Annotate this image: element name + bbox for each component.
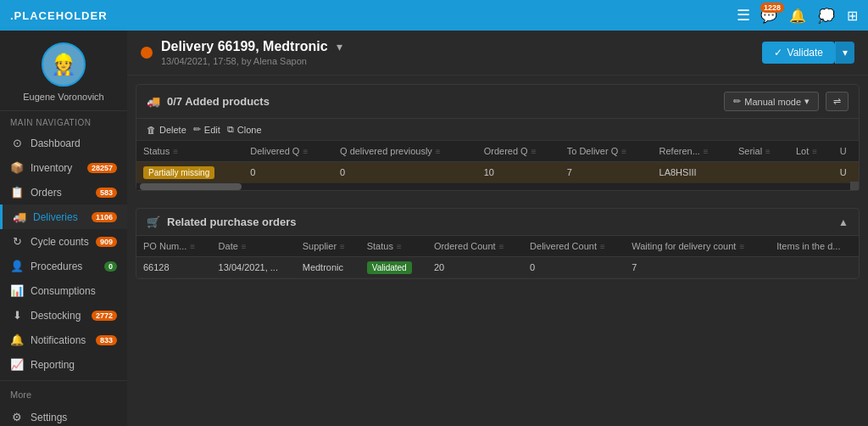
sidebar-item-label: Inventory [31,162,81,174]
bell-icon: 🔔 [789,8,806,23]
validated-badge: Validated [367,261,412,274]
sort-icon[interactable]: ≡ [242,242,247,251]
delivery-header: Delivery 66199, Medtronic ▾ 13/04/2021, … [127,31,868,76]
col-to-deliver-q: To Deliver Q≡ [560,141,653,162]
sort-icon[interactable]: ≡ [397,242,402,251]
app-logo: .PLACEHOLDER [10,9,737,22]
dashboard-icon: ⊙ [10,137,24,149]
clone-button[interactable]: ⧉ Clone [227,124,262,135]
sort-icon[interactable]: ≡ [704,147,709,156]
cell-waiting-count: 7 [625,257,770,278]
sort-icon[interactable]: ≡ [499,242,504,251]
message-icon: 💭 [818,8,835,23]
sidebar-item-cycle-counts[interactable]: ↻ Cycle counts 909 [0,229,127,254]
hamburger-icon[interactable]: ☰ [737,6,750,25]
sort-icon[interactable]: ≡ [436,147,441,156]
sidebar-item-reporting[interactable]: 📈 Reporting [0,352,127,377]
rpo-table-header-row: PO Num...≡ Date≡ Supplier≡ Status≡ Order… [136,236,859,257]
trash-icon: 🗑 [147,125,156,135]
inventory-icon: 📦 [10,161,24,174]
sort-icon[interactable]: ≡ [621,147,626,156]
delivery-title-area: Delivery 66199, Medtronic ▾ 13/04/2021, … [141,39,342,66]
col-supplier: Supplier≡ [296,236,360,257]
col-waiting-count: Waiting for delivery count≡ [625,236,770,257]
cycle-counts-badge: 909 [96,237,117,247]
scroll-thumb[interactable] [140,183,242,190]
status-badge: Partially missing [143,166,214,179]
edit-button[interactable]: ✏ Edit [193,124,220,135]
sort-icon[interactable]: ≡ [173,147,178,156]
sort-icon[interactable]: ≡ [303,147,308,156]
notifications-icon-wrapper[interactable]: 💬 1228 [760,8,777,24]
sidebar-item-label: Consumptions [31,285,117,297]
cell-status: Partially missing [136,162,243,183]
cell-delivered-count: 0 [523,257,625,278]
rpo-table: PO Num...≡ Date≡ Supplier≡ Status≡ Order… [136,236,859,278]
topbar: .PLACEHOLDER ☰ 💬 1228 🔔 💭 ⊞ [0,0,868,31]
col-q-delivered-prev: Q delivered previously≡ [333,141,477,162]
sidebar-item-settings[interactable]: ⚙ Settings [0,405,127,426]
sort-icon[interactable]: ≡ [765,147,771,156]
destocking-icon: ⬇ [10,309,24,322]
delete-button[interactable]: 🗑 Delete [147,125,186,135]
sort-icon[interactable]: ≡ [340,242,345,251]
sidebar: 👷 Eugene Voronovich Main Navigation ⊙ Da… [0,31,127,426]
sidebar-item-label: Dashboard [31,137,117,149]
notifications-badge: 833 [96,335,117,345]
sort-icon[interactable]: ≡ [600,242,605,251]
cell-supplier: Medtronic [296,257,360,278]
sidebar-item-notifications[interactable]: 🔔 Notifications 833 [0,328,127,352]
sidebar-item-consumptions[interactable]: 📊 Consumptions [0,278,127,303]
scroll-corner [850,182,859,190]
collapse-icon[interactable]: ▲ [838,216,849,228]
validate-dropdown-button[interactable]: ▾ [835,42,854,64]
orders-badge: 583 [96,188,117,198]
manual-mode-button[interactable]: ✏ Manual mode ▾ [724,92,819,111]
procedures-badge: 0 [104,261,117,272]
grid-icon-wrapper[interactable]: ⊞ [847,8,858,24]
table-row[interactable]: 66128 13/04/2021, ... Medtronic Validate… [136,257,859,278]
procedures-icon: 👤 [10,260,24,272]
sidebar-item-deliveries[interactable]: 🚚 Deliveries 1106 [0,205,127,229]
content-area: Delivery 66199, Medtronic ▾ 13/04/2021, … [127,31,868,426]
sidebar-avatar-area: 👷 Eugene Voronovich [0,31,127,111]
cell-serial [732,162,789,183]
delivery-chevron-icon[interactable]: ▾ [337,40,342,53]
col-delivered-count: Delivered Count≡ [523,236,625,257]
col-po-num: PO Num...≡ [136,236,212,257]
sort-icon[interactable]: ≡ [190,242,195,251]
col-status: Status≡ [360,236,427,257]
products-section-header: 🚚 0/7 Added products ✏ Manual mode ▾ ⇌ [136,85,859,119]
sort-icon[interactable]: ≡ [812,147,817,156]
sidebar-item-destocking[interactable]: ⬇ Destocking 2772 [0,303,127,328]
orders-icon: 📋 [10,186,24,199]
products-table-toolbar: 🗑 Delete ✏ Edit ⧉ Clone [136,119,859,141]
sort-icon[interactable]: ≡ [739,242,744,251]
message-icon-wrapper[interactable]: 💭 [818,8,835,24]
rpo-section-title: 🛒 Related purchase orders [147,216,296,228]
sidebar-item-inventory[interactable]: 📦 Inventory 28257 [0,155,127,180]
col-lot: Lot≡ [789,141,833,162]
sidebar-item-dashboard[interactable]: ⊙ Dashboard [0,131,127,155]
added-products-section: 🚚 0/7 Added products ✏ Manual mode ▾ ⇌ 🗑… [136,84,860,191]
sidebar-item-orders[interactable]: 📋 Orders 583 [0,180,127,205]
validate-button[interactable]: ✓ Validate [762,42,835,64]
col-delivered-q: Delivered Q≡ [243,141,333,162]
col-ordered-q: Ordered Q≡ [477,141,560,162]
cycle-counts-icon: ↻ [10,235,24,248]
inventory-badge: 28257 [87,163,117,173]
col-serial: Serial≡ [732,141,789,162]
exchange-icon-button[interactable]: ⇌ [826,92,849,111]
col-status: Status≡ [136,141,243,162]
sidebar-item-procedures[interactable]: 👤 Procedures 0 [0,254,127,278]
cell-q-prev: 0 [333,162,477,183]
sort-icon[interactable]: ≡ [531,147,537,156]
col-items: Items in the d... [770,236,859,257]
sidebar-divider [0,380,127,381]
col-date: Date≡ [212,236,296,257]
bell-icon-wrapper[interactable]: 🔔 [789,8,806,24]
cell-delivered-q: 0 [243,162,333,183]
table-row[interactable]: Partially missing 0 0 10 7 LA8HSIII U [136,162,859,183]
cell-to-deliver: 7 [560,162,653,183]
destocking-badge: 2772 [92,311,117,321]
